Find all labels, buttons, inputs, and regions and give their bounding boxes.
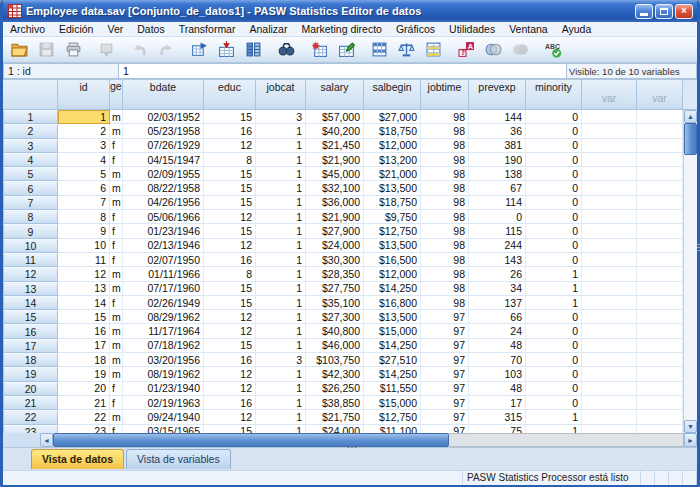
cell-var-row10[interactable] [637,239,683,253]
cell-salbegin-row6[interactable]: $13,500 [364,181,421,195]
row-header-12[interactable]: 12 [3,267,58,281]
scroll-right-arrow-icon[interactable]: ► [684,433,697,447]
cell-id-row7[interactable]: 7 [58,196,110,210]
cell-prevexp-row3[interactable]: 381 [469,139,526,153]
cell-salbegin-row12[interactable]: $12,000 [364,267,421,281]
cell-minority-row2[interactable]: 0 [526,124,582,138]
cell-bdate-row2[interactable]: 05/23/1958 [123,124,204,138]
cell-jobtime-row8[interactable]: 98 [421,210,469,224]
row-header-1[interactable]: 1 [3,110,58,124]
cell-gender-row3[interactable]: f [110,139,123,153]
cell-var-row21[interactable] [637,396,683,410]
cell-var-row22[interactable] [582,410,637,424]
cell-id-row21[interactable]: 21 [58,396,110,410]
horizontal-scrollbar[interactable]: ◄ ► [3,433,697,447]
cell-id-row11[interactable]: 11 [58,253,110,267]
cell-salary-row7[interactable]: $36,000 [306,196,364,210]
cell-var-row16[interactable] [582,324,637,338]
cell-bdate-row9[interactable]: 01/23/1946 [123,224,204,238]
cell-jobcat-row21[interactable]: 1 [256,396,306,410]
maximize-button[interactable] [655,4,673,19]
cell-gender-row8[interactable]: f [110,210,123,224]
cell-var-row11[interactable] [637,253,683,267]
cell-var-row23[interactable] [637,425,683,433]
menu-utilidades[interactable]: Utilidades [442,23,502,35]
cell-gender-row7[interactable]: m [110,196,123,210]
cell-gender-row22[interactable]: m [110,410,123,424]
column-header-educ[interactable]: educ [204,80,256,110]
cell-minority-row10[interactable]: 0 [526,239,582,253]
cell-minority-row8[interactable]: 0 [526,210,582,224]
toolbar-insert-cases-icon[interactable] [306,38,333,61]
cell-salary-row23[interactable]: $24,000 [306,425,364,433]
cell-prevexp-row19[interactable]: 103 [469,367,526,381]
cell-var-row19[interactable] [637,367,683,381]
cell-salary-row15[interactable]: $27,300 [306,310,364,324]
cell-educ-row8[interactable]: 12 [204,210,256,224]
cell-var-row13[interactable] [637,282,683,296]
cell-gender-row16[interactable]: m [110,324,123,338]
cell-minority-row6[interactable]: 0 [526,181,582,195]
cell-minority-row9[interactable]: 0 [526,224,582,238]
cell-bdate-row7[interactable]: 04/26/1956 [123,196,204,210]
cell-minority-row15[interactable]: 0 [526,310,582,324]
cell-salbegin-row16[interactable]: $15,000 [364,324,421,338]
cell-jobtime-row4[interactable]: 98 [421,153,469,167]
cell-bdate-row21[interactable]: 02/19/1963 [123,396,204,410]
cell-var-row12[interactable] [637,267,683,281]
cell-editor-input[interactable]: 1 [119,63,567,79]
cell-educ-row2[interactable]: 16 [204,124,256,138]
cell-salary-row10[interactable]: $24,000 [306,239,364,253]
cell-var-row14[interactable] [582,296,637,310]
cell-jobcat-row3[interactable]: 1 [256,139,306,153]
cell-id-row2[interactable]: 2 [58,124,110,138]
cell-jobtime-row1[interactable]: 98 [421,110,469,124]
cell-jobcat-row13[interactable]: 1 [256,282,306,296]
toolbar-split-file-icon[interactable] [366,38,393,61]
menu-analizar[interactable]: Analizar [242,23,294,35]
cell-var-row18[interactable] [637,353,683,367]
cell-educ-row22[interactable]: 12 [204,410,256,424]
cell-bdate-row13[interactable]: 07/17/1960 [123,282,204,296]
cell-salbegin-row4[interactable]: $13,200 [364,153,421,167]
cell-prevexp-row6[interactable]: 67 [469,181,526,195]
cell-gender-row20[interactable]: f [110,382,123,396]
cell-salbegin-row5[interactable]: $21,000 [364,167,421,181]
cell-educ-row3[interactable]: 12 [204,139,256,153]
cell-prevexp-row8[interactable]: 0 [469,210,526,224]
cell-salary-row8[interactable]: $21,900 [306,210,364,224]
menu-edicion[interactable]: Edición [52,23,100,35]
row-header-18[interactable]: 18 [3,353,58,367]
menu-graficos[interactable]: Gráficos [389,23,442,35]
row-header-13[interactable]: 13 [3,282,58,296]
cell-salary-row3[interactable]: $21,450 [306,139,364,153]
cell-educ-row7[interactable]: 15 [204,196,256,210]
cell-gender-row9[interactable]: f [110,224,123,238]
cell-jobtime-row12[interactable]: 98 [421,267,469,281]
cell-educ-row23[interactable]: 15 [204,425,256,433]
menu-ventana[interactable]: Ventana [502,23,555,35]
cell-id-row5[interactable]: 5 [58,167,110,181]
cell-bdate-row14[interactable]: 02/26/1949 [123,296,204,310]
cell-minority-row7[interactable]: 0 [526,196,582,210]
title-bar[interactable]: Employee data.sav [Conjunto_de_datos1] -… [3,0,697,22]
toolbar-use-variable-sets-icon[interactable] [480,38,507,61]
cell-var-row11[interactable] [582,253,637,267]
cell-jobcat-row5[interactable]: 1 [256,167,306,181]
cell-bdate-row19[interactable]: 08/19/1962 [123,367,204,381]
vertical-scroll-track[interactable] [684,155,697,420]
cell-var-row3[interactable] [637,139,683,153]
cell-bdate-row15[interactable]: 08/29/1962 [123,310,204,324]
cell-salary-row11[interactable]: $30,300 [306,253,364,267]
menu-marketing-directo[interactable]: Marketing directo [294,23,389,35]
toolbar-find-icon[interactable] [273,38,300,61]
cell-id-row18[interactable]: 18 [58,353,110,367]
cell-jobtime-row20[interactable]: 97 [421,382,469,396]
cell-jobcat-row18[interactable]: 3 [256,353,306,367]
cell-var-row22[interactable] [637,410,683,424]
cell-jobcat-row22[interactable]: 1 [256,410,306,424]
toolbar-select-cases-icon[interactable] [420,38,447,61]
cell-educ-row5[interactable]: 15 [204,167,256,181]
cell-prevexp-row17[interactable]: 48 [469,339,526,353]
cell-prevexp-row14[interactable]: 137 [469,296,526,310]
